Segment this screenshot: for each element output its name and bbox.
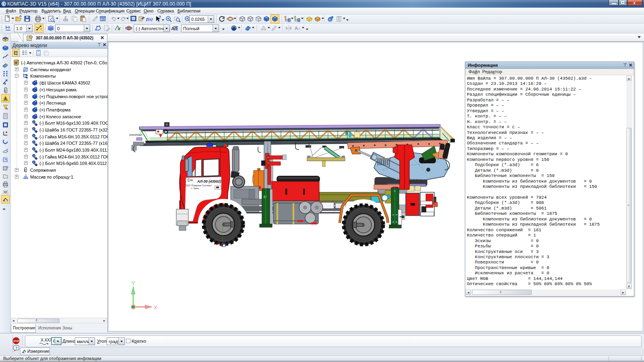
svg-text:?: ?	[159, 15, 161, 20]
svg-text:г. Тверь: г. Тверь	[191, 187, 199, 189]
svg-text:f(x): f(x)	[146, 16, 153, 22]
svg-text:АЛ-30 (43502): АЛ-30 (43502)	[197, 179, 221, 183]
svg-text:?: ?	[15, 346, 18, 350]
svg-text:?: ?	[6, 148, 8, 152]
svg-text:ООО "Пожарные Системы": ООО "Пожарные Системы"	[186, 184, 212, 187]
svg-text:STOP: STOP	[13, 340, 19, 342]
svg-text:?: ?	[24, 351, 26, 354]
svg-text:?: ?	[6, 157, 8, 160]
svg-text:A: A	[4, 97, 7, 101]
svg-text:X: X	[154, 304, 157, 311]
svg-text:A: A	[298, 27, 301, 31]
svg-text:?: ?	[6, 199, 8, 203]
svg-text:A: A	[295, 26, 298, 31]
svg-text:?: ?	[6, 166, 8, 169]
